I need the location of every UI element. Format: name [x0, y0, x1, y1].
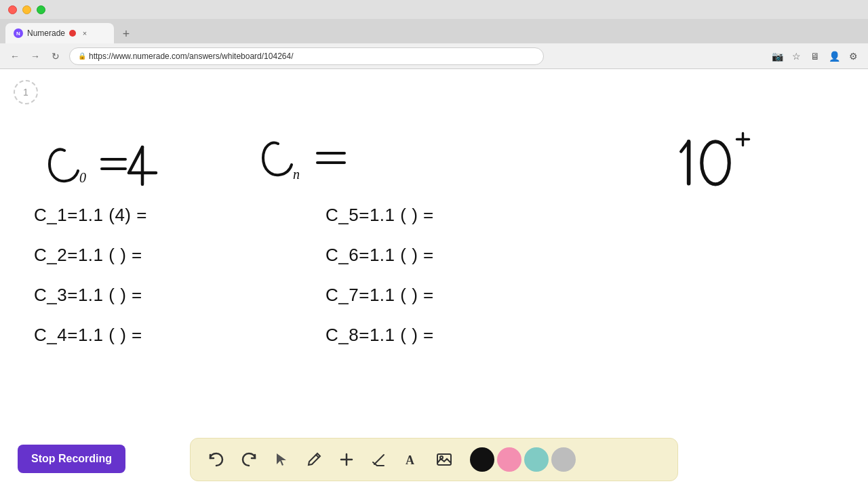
settings-icon[interactable]: ⚙: [846, 49, 860, 63]
browser-frame: N Numerade × + ← → ↻ 🔒 https://www.numer…: [0, 0, 868, 488]
c0-equation-handwritten: 0: [44, 134, 220, 195]
equation-c3: C_3=1.1 ( ) =: [34, 285, 147, 306]
color-green-swatch[interactable]: [524, 447, 549, 472]
minimize-button[interactable]: [22, 5, 31, 14]
undo-button[interactable]: [201, 445, 231, 474]
title-bar: [0, 0, 868, 19]
active-tab[interactable]: N Numerade ×: [5, 23, 114, 43]
equation-c8: C_8=1.1 ( ) =: [326, 325, 434, 346]
page-indicator: 1: [14, 80, 38, 104]
equation-c2: C_2=1.1 ( ) =: [34, 245, 147, 266]
camera-icon[interactable]: 📷: [770, 49, 784, 63]
color-black-swatch[interactable]: [470, 447, 494, 472]
whiteboard-toolbar: A: [190, 438, 678, 481]
pencil-tool-button[interactable]: [299, 445, 329, 474]
content-area: 1 0 n: [0, 69, 868, 488]
maximize-button[interactable]: [37, 5, 45, 14]
refresh-button[interactable]: ↻: [49, 51, 62, 62]
text-tool-button[interactable]: A: [397, 445, 427, 474]
forward-button[interactable]: →: [28, 51, 42, 62]
svg-text:A: A: [406, 453, 414, 467]
add-tool-button[interactable]: [332, 445, 361, 474]
new-tab-button[interactable]: +: [117, 24, 136, 43]
svg-point-8: [702, 142, 730, 184]
color-pink-swatch[interactable]: [497, 447, 521, 472]
equations-left: C_1=1.1 (4) = C_2=1.1 ( ) = C_3=1.1 ( ) …: [34, 205, 147, 346]
select-tool-button[interactable]: [267, 445, 296, 474]
equation-c4: C_4=1.1 ( ) =: [34, 325, 147, 346]
address-bar-actions: 📷 ☆ 🖥 👤 ⚙: [770, 49, 860, 63]
image-tool-button[interactable]: [429, 445, 459, 474]
tab-title: Numerade: [27, 28, 65, 38]
equation-c1: C_1=1.1 (4) =: [34, 205, 147, 226]
svg-text:0: 0: [79, 170, 86, 185]
ten-plus-handwritten: [668, 130, 763, 191]
stop-recording-button[interactable]: Stop Recording: [18, 445, 125, 473]
profile-icon[interactable]: 👤: [827, 49, 841, 63]
tab-bar: N Numerade × +: [0, 19, 868, 43]
equation-c7: C_7=1.1 ( ) =: [326, 285, 434, 306]
cn-equation-handwritten: n: [258, 129, 407, 190]
tab-close-button[interactable]: ×: [80, 28, 90, 38]
back-button[interactable]: ←: [8, 51, 22, 62]
equations-right: C_5=1.1 ( ) = C_6=1.1 ( ) = C_7=1.1 ( ) …: [326, 205, 434, 346]
eraser-tool-button[interactable]: [364, 445, 394, 474]
equation-c6: C_6=1.1 ( ) =: [326, 245, 434, 266]
star-icon[interactable]: ☆: [789, 49, 803, 63]
url-text: https://www.numerade.com/answers/whitebo…: [89, 52, 294, 61]
url-bar[interactable]: 🔒 https://www.numerade.com/answers/white…: [69, 47, 544, 65]
address-bar: ← → ↻ 🔒 https://www.numerade.com/answers…: [0, 43, 868, 69]
close-button[interactable]: [8, 5, 17, 14]
lock-icon: 🔒: [78, 52, 86, 60]
svg-marker-11: [277, 453, 286, 466]
color-gray-swatch[interactable]: [551, 447, 576, 472]
page-number: 1: [23, 87, 28, 98]
svg-text:n: n: [293, 167, 300, 182]
equation-c5: C_5=1.1 ( ) =: [326, 205, 434, 226]
redo-button[interactable]: [234, 445, 264, 474]
numerade-favicon: N: [14, 28, 23, 38]
recording-indicator: [69, 30, 76, 37]
monitor-icon[interactable]: 🖥: [808, 49, 822, 63]
